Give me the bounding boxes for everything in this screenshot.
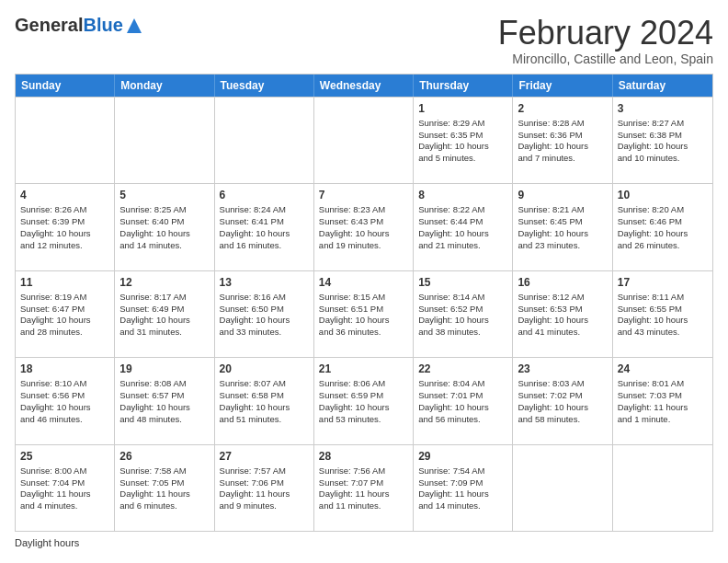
cell-line: Sunset: 6:40 PM (119, 216, 209, 228)
cell-line: Sunrise: 8:07 AM (220, 378, 309, 390)
cell-line: Daylight: 10 hours (319, 228, 408, 240)
day-number: 7 (319, 188, 408, 202)
cell-line: and 58 minutes. (518, 414, 607, 426)
calendar-cell: 16Sunrise: 8:12 AMSunset: 6:53 PMDayligh… (513, 271, 612, 357)
calendar-cell: 21Sunrise: 8:06 AMSunset: 6:59 PMDayligh… (314, 358, 414, 443)
cell-line: and 33 minutes. (220, 327, 309, 339)
cell-line: Sunset: 6:43 PM (319, 216, 408, 228)
calendar-cell (115, 98, 214, 183)
day-number: 23 (518, 362, 607, 376)
cell-line: Daylight: 11 hours (119, 488, 209, 500)
cell-line: and 43 minutes. (618, 327, 708, 339)
day-number: 22 (418, 362, 507, 376)
day-number: 5 (119, 188, 209, 202)
calendar-cell: 22Sunrise: 8:04 AMSunset: 7:01 PMDayligh… (414, 358, 513, 443)
calendar-header-cell: Sunday (16, 75, 115, 97)
calendar: SundayMondayTuesdayWednesdayThursdayFrid… (15, 74, 713, 532)
cell-line: Sunset: 6:50 PM (220, 304, 309, 316)
calendar-week: 25Sunrise: 8:00 AMSunset: 7:04 PMDayligh… (16, 444, 712, 531)
cell-line: Sunrise: 8:28 AM (518, 118, 607, 130)
cell-line: Daylight: 10 hours (119, 228, 209, 240)
cell-line: Daylight: 10 hours (518, 315, 607, 327)
logo-blue: Blue (83, 15, 122, 36)
cell-line: and 7 minutes. (518, 153, 607, 165)
day-number: 18 (20, 362, 109, 376)
cell-line: and 31 minutes. (119, 327, 209, 339)
title-block: February 2024 Mironcillo, Castille and L… (498, 15, 713, 66)
calendar-cell: 5Sunrise: 8:25 AMSunset: 6:40 PMDaylight… (115, 184, 214, 270)
cell-line: Sunset: 6:55 PM (618, 304, 708, 316)
calendar-cell (613, 445, 712, 531)
day-number: 25 (20, 449, 109, 464)
cell-line: Sunset: 6:47 PM (20, 304, 109, 316)
cell-line: Sunrise: 8:26 AM (20, 204, 109, 216)
calendar-header-cell: Thursday (414, 75, 513, 97)
calendar-cell: 12Sunrise: 8:17 AMSunset: 6:49 PMDayligh… (115, 271, 214, 357)
cell-line: and 19 minutes. (319, 240, 408, 252)
cell-line: Sunrise: 8:24 AM (220, 204, 309, 216)
calendar-cell: 4Sunrise: 8:26 AMSunset: 6:39 PMDaylight… (16, 184, 115, 270)
cell-line: Sunset: 6:52 PM (418, 304, 507, 316)
cell-line: and 38 minutes. (418, 327, 507, 339)
cell-line: Daylight: 10 hours (319, 315, 408, 327)
cell-line: Daylight: 10 hours (618, 315, 708, 327)
calendar-cell: 1Sunrise: 8:29 AMSunset: 6:35 PMDaylight… (414, 98, 513, 183)
calendar-cell: 13Sunrise: 8:16 AMSunset: 6:50 PMDayligh… (215, 271, 314, 357)
day-number: 11 (20, 275, 109, 290)
cell-line: Sunset: 6:45 PM (518, 216, 607, 228)
cell-line: Sunset: 7:02 PM (518, 390, 607, 402)
calendar-cell: 9Sunrise: 8:21 AMSunset: 6:45 PMDaylight… (513, 184, 612, 270)
cell-line: Sunrise: 8:06 AM (319, 378, 408, 390)
calendar-cell: 20Sunrise: 8:07 AMSunset: 6:58 PMDayligh… (215, 358, 314, 443)
day-number: 20 (220, 362, 309, 376)
day-number: 19 (119, 362, 209, 376)
cell-line: Daylight: 11 hours (418, 488, 507, 500)
cell-line: and 21 minutes. (418, 240, 507, 252)
cell-line: Daylight: 10 hours (319, 402, 408, 414)
day-number: 14 (319, 275, 408, 290)
cell-line: and 14 minutes. (418, 500, 507, 512)
cell-line: Sunset: 6:53 PM (518, 304, 607, 316)
cell-line: and 1 minute. (618, 414, 708, 426)
header: GeneralBlue February 2024 Mironcillo, Ca… (15, 15, 713, 66)
calendar-body: 1Sunrise: 8:29 AMSunset: 6:35 PMDaylight… (16, 97, 712, 531)
cell-line: Sunrise: 8:14 AM (418, 292, 507, 304)
cell-line: and 9 minutes. (220, 500, 309, 512)
cell-line: Daylight: 10 hours (418, 402, 507, 414)
cell-line: Sunrise: 7:58 AM (119, 465, 209, 477)
cell-line: and 51 minutes. (220, 414, 309, 426)
calendar-week: 18Sunrise: 8:10 AMSunset: 6:56 PMDayligh… (16, 357, 712, 443)
cell-line: and 26 minutes. (618, 240, 708, 252)
logo-text: GeneralBlue (15, 15, 143, 36)
cell-line: Sunset: 7:07 PM (319, 477, 408, 489)
calendar-cell (513, 445, 612, 531)
cell-line: Sunrise: 8:10 AM (20, 378, 109, 390)
day-number: 10 (618, 188, 708, 202)
calendar-header-cell: Wednesday (314, 75, 414, 97)
day-number: 21 (319, 362, 408, 376)
calendar-cell: 11Sunrise: 8:19 AMSunset: 6:47 PMDayligh… (16, 271, 115, 357)
day-number: 6 (220, 188, 309, 202)
cell-line: and 23 minutes. (518, 240, 607, 252)
calendar-cell: 23Sunrise: 8:03 AMSunset: 7:02 PMDayligh… (513, 358, 612, 443)
day-number: 27 (220, 449, 309, 464)
calendar-cell: 14Sunrise: 8:15 AMSunset: 6:51 PMDayligh… (314, 271, 414, 357)
cell-line: Sunrise: 7:57 AM (220, 465, 309, 477)
day-number: 1 (418, 101, 507, 116)
cell-line: Sunrise: 8:15 AM (319, 292, 408, 304)
cell-line: Daylight: 10 hours (20, 228, 109, 240)
day-number: 3 (618, 101, 708, 116)
calendar-cell: 25Sunrise: 8:00 AMSunset: 7:04 PMDayligh… (16, 445, 115, 531)
day-number: 24 (618, 362, 708, 376)
calendar-header-row: SundayMondayTuesdayWednesdayThursdayFrid… (16, 75, 712, 97)
month-title: February 2024 (498, 15, 713, 52)
cell-line: Daylight: 10 hours (220, 402, 309, 414)
calendar-cell: 7Sunrise: 8:23 AMSunset: 6:43 PMDaylight… (314, 184, 414, 270)
cell-line: Sunrise: 8:04 AM (418, 378, 507, 390)
calendar-cell: 8Sunrise: 8:22 AMSunset: 6:44 PMDaylight… (414, 184, 513, 270)
day-number: 16 (518, 275, 607, 290)
cell-line: Sunset: 7:01 PM (418, 390, 507, 402)
cell-line: Sunrise: 8:20 AM (618, 204, 708, 216)
calendar-cell: 10Sunrise: 8:20 AMSunset: 6:46 PMDayligh… (613, 184, 712, 270)
calendar-cell: 24Sunrise: 8:01 AMSunset: 7:03 PMDayligh… (613, 358, 712, 443)
